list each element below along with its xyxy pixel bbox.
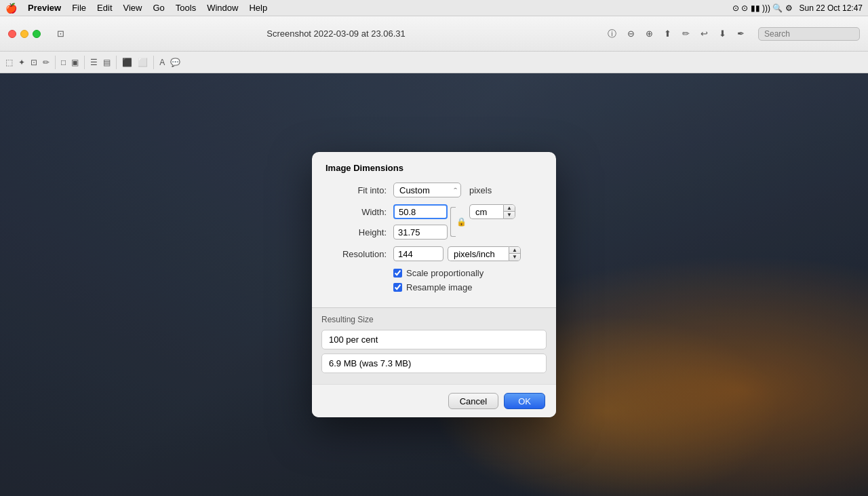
shape-icon[interactable]: □ xyxy=(61,58,66,67)
fit-into-unit: pixels xyxy=(469,185,492,195)
resample-label: Resample image xyxy=(406,282,473,292)
resulting-filesize: 6.9 MB (was 7.3 MB) xyxy=(321,354,547,373)
color-icon[interactable]: ⬛ xyxy=(122,58,132,67)
fit-into-select-wrapper: Custom xyxy=(393,183,461,197)
sidebar-toggle-icon[interactable]: ⊡ xyxy=(57,28,64,39)
scale-row: Scale proportionally xyxy=(326,268,542,278)
resolution-input[interactable]: 144 xyxy=(393,246,443,261)
resolution-increment-btn[interactable]: ▲ xyxy=(509,247,520,254)
resulting-percent: 100 per cent xyxy=(321,330,547,349)
main-toolbar: ⊡ Screenshot 2022-03-09 at 23.06.31 ⓘ ⊖ … xyxy=(0,16,868,52)
menubar-right: ⊙ ⊙ ▮▮ ))) 🔍 ⚙ Sun 22 Oct 12:47 xyxy=(732,3,863,13)
pen-tool-icon[interactable]: ✏ xyxy=(43,58,50,67)
text-icon[interactable]: A xyxy=(159,58,165,67)
menu-view[interactable]: View xyxy=(123,3,142,13)
maximize-button[interactable] xyxy=(33,30,41,38)
resolution-unit-select[interactable]: pixels/inch xyxy=(448,246,509,261)
unit-select[interactable]: cm xyxy=(469,204,503,219)
dialog-footer: Cancel OK xyxy=(312,384,556,417)
speech-icon[interactable]: 💬 xyxy=(170,58,180,67)
select-tool-icon[interactable]: ⬚ xyxy=(5,58,13,67)
fit-into-select[interactable]: Custom xyxy=(393,183,461,197)
lock-icon: 🔒 xyxy=(456,217,467,227)
datetime: Sun 22 Oct 12:47 xyxy=(800,3,863,13)
menu-preview[interactable]: Preview xyxy=(28,3,61,13)
fit-into-row: Fit into: Custom pixels xyxy=(326,183,542,197)
resolution-label: Resolution: xyxy=(326,249,387,259)
dialog-title: Image Dimensions xyxy=(326,163,542,173)
pen-icon[interactable]: ✏ xyxy=(682,28,690,39)
menu-go[interactable]: Go xyxy=(153,3,164,13)
search-input[interactable] xyxy=(758,27,860,41)
close-button[interactable] xyxy=(8,30,16,38)
align-icon[interactable]: ☰ xyxy=(90,58,98,67)
border-icon[interactable]: ⬜ xyxy=(138,58,148,67)
resolution-stepper[interactable]: ▲ ▼ xyxy=(509,246,521,261)
unit-increment-btn[interactable]: ▲ xyxy=(504,205,515,212)
annotation-toolbar: ⬚ ✦ ⊡ ✏ □ ▣ ☰ ▤ ⬛ ⬜ A 💬 xyxy=(0,52,868,73)
width-input[interactable]: 50.8 xyxy=(393,204,448,219)
resample-row: Resample image xyxy=(326,282,542,292)
align2-icon[interactable]: ▤ xyxy=(103,58,111,67)
zoom-in-icon[interactable]: ⊕ xyxy=(646,28,653,39)
ok-button[interactable]: OK xyxy=(504,393,545,409)
dimensions-row: Width: Height: 50.8 31.75 🔒 xyxy=(326,204,542,240)
download-icon[interactable]: ⬇ xyxy=(719,28,726,39)
resulting-size-section: Resulting Size 100 per cent 6.9 MB (was … xyxy=(312,307,556,384)
menubar: 🍎 Preview File Edit View Go Tools Window… xyxy=(0,0,868,16)
scale-checkbox[interactable] xyxy=(393,269,402,278)
markup-icon[interactable]: ✒ xyxy=(737,28,745,39)
apple-menu[interactable]: 🍎 xyxy=(5,3,17,14)
lasso-icon[interactable]: ✦ xyxy=(18,58,25,67)
crop-icon[interactable]: ⊡ xyxy=(31,58,37,67)
menu-file[interactable]: File xyxy=(72,3,86,13)
image-dimensions-dialog: Image Dimensions Fit into: Custom pixels xyxy=(312,152,556,417)
scale-label: Scale proportionally xyxy=(406,268,484,278)
traffic-lights xyxy=(8,30,41,38)
unit-decrement-btn[interactable]: ▼ xyxy=(504,212,515,218)
menu-tools[interactable]: Tools xyxy=(176,3,196,13)
resulting-size-title: Resulting Size xyxy=(321,315,547,324)
menu-edit[interactable]: Edit xyxy=(97,3,112,13)
height-label: Height: xyxy=(326,225,387,240)
lock-bracket xyxy=(450,207,456,237)
modal-overlay: Image Dimensions Fit into: Custom pixels xyxy=(0,73,868,496)
menu-help[interactable]: Help xyxy=(249,3,267,13)
cancel-button[interactable]: Cancel xyxy=(448,393,498,409)
resolution-decrement-btn[interactable]: ▼ xyxy=(509,254,520,261)
resolution-row: Resolution: 144 pixels/inch ▲ ▼ xyxy=(326,246,542,261)
unit-stepper[interactable]: ▲ ▼ xyxy=(503,204,515,219)
resample-checkbox[interactable] xyxy=(393,283,402,292)
window-title: Screenshot 2022-03-09 at 23.06.31 xyxy=(70,28,602,39)
content-area: Image Dimensions Fit into: Custom pixels xyxy=(0,73,868,496)
fill-icon[interactable]: ▣ xyxy=(71,58,79,67)
share-icon[interactable]: ⬆ xyxy=(664,28,671,39)
rotate-icon[interactable]: ↩ xyxy=(701,28,708,39)
height-input[interactable]: 31.75 xyxy=(393,225,448,240)
info-icon[interactable]: ⓘ xyxy=(608,28,616,40)
zoom-out-icon[interactable]: ⊖ xyxy=(627,28,635,39)
status-icons: ⊙ ⊙ ▮▮ ))) 🔍 ⚙ xyxy=(732,3,793,13)
fit-into-label: Fit into: xyxy=(326,185,387,195)
minimize-button[interactable] xyxy=(20,30,28,38)
width-label: Width: xyxy=(326,204,387,219)
menu-window[interactable]: Window xyxy=(207,3,238,13)
